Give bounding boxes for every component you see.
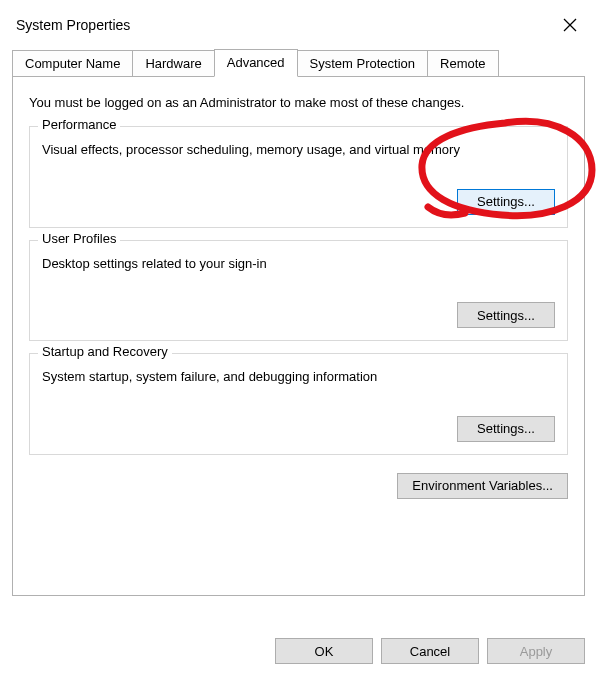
group-user-profiles-legend: User Profiles bbox=[38, 231, 120, 246]
system-properties-dialog: System Properties Computer Name Hardware… bbox=[0, 0, 597, 676]
startup-recovery-settings-button[interactable]: Settings... bbox=[457, 416, 555, 442]
titlebar: System Properties bbox=[12, 10, 585, 40]
tab-hardware[interactable]: Hardware bbox=[132, 50, 214, 76]
group-performance-desc: Visual effects, processor scheduling, me… bbox=[42, 141, 555, 159]
tab-remote[interactable]: Remote bbox=[427, 50, 499, 76]
group-startup-recovery: Startup and Recovery System startup, sys… bbox=[29, 353, 568, 455]
group-user-profiles: User Profiles Desktop settings related t… bbox=[29, 240, 568, 342]
group-startup-desc: System startup, system failure, and debu… bbox=[42, 368, 555, 386]
tabstrip: Computer Name Hardware Advanced System P… bbox=[12, 48, 585, 76]
cancel-button[interactable]: Cancel bbox=[381, 638, 479, 664]
group-performance-legend: Performance bbox=[38, 117, 120, 132]
close-icon bbox=[563, 18, 577, 32]
tabs-region: Computer Name Hardware Advanced System P… bbox=[12, 48, 585, 596]
user-profiles-settings-button[interactable]: Settings... bbox=[457, 302, 555, 328]
group-performance: Performance Visual effects, processor sc… bbox=[29, 126, 568, 228]
tab-panel-advanced: You must be logged on as an Administrato… bbox=[12, 76, 585, 596]
close-button[interactable] bbox=[555, 10, 585, 40]
tab-advanced[interactable]: Advanced bbox=[214, 49, 298, 77]
apply-button[interactable]: Apply bbox=[487, 638, 585, 664]
tab-system-protection[interactable]: System Protection bbox=[297, 50, 429, 76]
group-user-profiles-desc: Desktop settings related to your sign-in bbox=[42, 255, 555, 273]
tab-computer-name[interactable]: Computer Name bbox=[12, 50, 133, 76]
performance-settings-button[interactable]: Settings... bbox=[457, 189, 555, 215]
ok-button[interactable]: OK bbox=[275, 638, 373, 664]
group-startup-legend: Startup and Recovery bbox=[38, 344, 172, 359]
admin-note: You must be logged on as an Administrato… bbox=[29, 95, 568, 110]
dialog-title: System Properties bbox=[12, 17, 130, 33]
dialog-button-row: OK Cancel Apply bbox=[275, 638, 585, 664]
environment-variables-button[interactable]: Environment Variables... bbox=[397, 473, 568, 499]
